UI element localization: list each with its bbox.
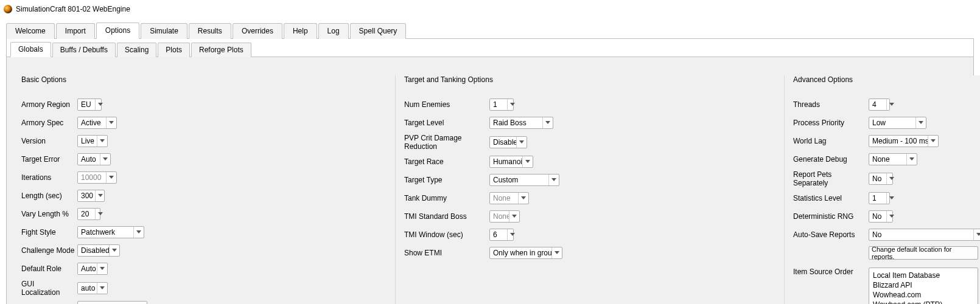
list-item[interactable]: Local Item Database: [873, 271, 974, 280]
combo-value: None: [490, 193, 518, 204]
challenge-mode-combo[interactable]: Disabled: [77, 244, 120, 257]
auto-save-reports-label: Auto-Save Reports: [793, 230, 869, 239]
list-item[interactable]: Wowhead.com (PTR): [873, 300, 974, 304]
process-priority-combo[interactable]: Low: [869, 117, 926, 129]
combo-value: Disable: [490, 137, 516, 148]
tmi-window-combo[interactable]: 6: [489, 229, 514, 241]
target-type-combo[interactable]: Custom: [489, 174, 559, 186]
version-row: VersionLive: [21, 134, 387, 148]
tank-dummy-row: Tank DummyNone: [404, 191, 775, 206]
chevron-down-icon: [516, 137, 527, 148]
report-pets-combo[interactable]: No: [869, 173, 893, 185]
change-default-location-button[interactable]: Change default location for reports.: [869, 246, 978, 260]
show-etmi-row: Show ETMIOnly when in group: [404, 246, 775, 260]
default-role-label: Default Role: [21, 264, 77, 273]
chevron-down-icon: [886, 99, 897, 110]
sub-tab-plots[interactable]: Plots: [158, 43, 190, 57]
chevron-down-icon: [906, 154, 917, 165]
iterations-combo: 10000: [77, 171, 117, 184]
main-tab-spell-query[interactable]: Spell Query: [350, 23, 407, 39]
threads-combo[interactable]: 4: [869, 98, 890, 111]
default-role-row: Default RoleAuto: [21, 261, 387, 276]
combo-value: No: [869, 173, 886, 184]
chevron-down-icon: [97, 136, 107, 147]
item-source-order-listbox[interactable]: Local Item DatabaseBlizzard APIWowhead.c…: [869, 268, 978, 304]
chevron-down-icon: [106, 172, 116, 183]
armory-spec-row: Armory SpecActive: [21, 116, 387, 130]
combo-value: 1: [490, 99, 507, 110]
sub-tab-globals[interactable]: Globals: [10, 42, 51, 57]
generate-debug-combo[interactable]: None: [869, 153, 917, 165]
vary-length-combo[interactable]: 20: [77, 208, 100, 220]
statistics-level-combo[interactable]: 1: [869, 192, 890, 204]
tmi-boss-combo: None: [489, 210, 520, 223]
target-race-combo[interactable]: Humanoid: [489, 156, 533, 168]
armory-region-label: Armory Region: [21, 100, 77, 109]
statistics-level-label: Statistics Level: [793, 194, 869, 202]
main-tab-results[interactable]: Results: [189, 23, 231, 39]
armory-region-combo[interactable]: EU: [77, 98, 102, 111]
chevron-down-icon: [915, 117, 926, 128]
armory-spec-label: Armory Spec: [21, 119, 77, 127]
statistics-level-row: Statistics Level1: [793, 191, 980, 206]
chevron-down-icon: [518, 193, 528, 204]
pvp-crit-combo[interactable]: Disable: [489, 136, 527, 148]
main-tab-simulate[interactable]: Simulate: [141, 23, 187, 39]
chevron-down-icon: [507, 99, 517, 110]
vary-length-label: Vary Length %: [21, 210, 77, 218]
vary-length-row: Vary Length %20: [21, 207, 387, 221]
main-tab-log[interactable]: Log: [318, 23, 349, 39]
main-tab-help[interactable]: Help: [284, 23, 317, 39]
world-lag-combo[interactable]: Medium - 100 ms: [869, 135, 939, 147]
combo-value: auto: [78, 283, 97, 294]
combo-value: 300: [78, 190, 95, 201]
gui-localization-label: GUI Localization: [21, 280, 77, 297]
sub-tab-scaling[interactable]: Scaling: [117, 43, 156, 57]
length-sec-combo[interactable]: 300: [77, 190, 105, 202]
tank-dummy-label: Tank Dummy: [404, 194, 489, 202]
sub-tab-buffs-debuffs[interactable]: Buffs / Debuffs: [52, 43, 116, 57]
tank-dummy-combo: None: [489, 192, 529, 204]
titlebar: SimulationCraft 801-02 WebEngine: [0, 0, 980, 18]
main-tab-welcome[interactable]: Welcome: [6, 23, 55, 39]
main-tab-options[interactable]: Options: [96, 22, 139, 39]
target-type-label: Target Type: [404, 176, 489, 184]
chevron-down-icon: [100, 154, 110, 165]
armory-spec-combo[interactable]: Active: [77, 117, 117, 129]
tmi-window-label: TMI Window (sec): [404, 230, 489, 239]
combo-value: Patchwerk: [78, 227, 133, 238]
combo-value: EU: [78, 99, 95, 110]
deterministic-rng-combo[interactable]: No: [869, 210, 893, 223]
combo-value: Disabled: [78, 245, 109, 256]
gui-localization-combo[interactable]: auto: [77, 282, 108, 294]
num-enemies-combo[interactable]: 1: [489, 98, 514, 111]
chevron-down-icon: [95, 209, 105, 219]
panel-title-advanced: Advanced Options: [793, 75, 980, 84]
length-sec-label: Length (sec): [21, 192, 77, 200]
fight-style-combo[interactable]: Patchwerk: [77, 226, 144, 238]
panel-title-target: Target and Tanking Options: [404, 75, 775, 84]
chevron-down-icon: [542, 117, 553, 128]
default-role-combo[interactable]: Auto: [77, 263, 108, 275]
list-item[interactable]: Blizzard API: [873, 280, 974, 290]
combo-value: No: [869, 229, 973, 240]
main-tab-overrides[interactable]: Overrides: [233, 23, 282, 39]
list-item[interactable]: Wowhead.com: [873, 290, 974, 300]
deterministic-rng-label: Deterministic RNG: [793, 212, 869, 221]
iterations-label: Iterations: [21, 173, 77, 182]
chevron-down-icon: [106, 117, 116, 128]
main-tab-import[interactable]: Import: [56, 23, 95, 39]
item-source-order-row: Item Source OrderLocal Item DatabaseBliz…: [793, 268, 980, 304]
sub-tab-reforge-plots[interactable]: Reforge Plots: [191, 43, 251, 57]
reset-all-settings-button[interactable]: Reset all Settings: [77, 301, 147, 304]
show-etmi-combo[interactable]: Only when in group: [489, 247, 562, 259]
target-error-label: Target Error: [21, 155, 77, 164]
combo-value: 1: [869, 193, 886, 204]
target-race-label: Target Race: [404, 157, 489, 166]
combo-value: Live: [78, 136, 97, 147]
auto-save-reports-combo[interactable]: No: [869, 229, 980, 241]
target-error-combo[interactable]: Auto: [77, 153, 111, 165]
version-combo[interactable]: Live: [77, 135, 108, 147]
challenge-mode-row: Challenge ModeDisabled: [21, 243, 387, 258]
target-level-combo[interactable]: Raid Boss: [489, 117, 553, 129]
